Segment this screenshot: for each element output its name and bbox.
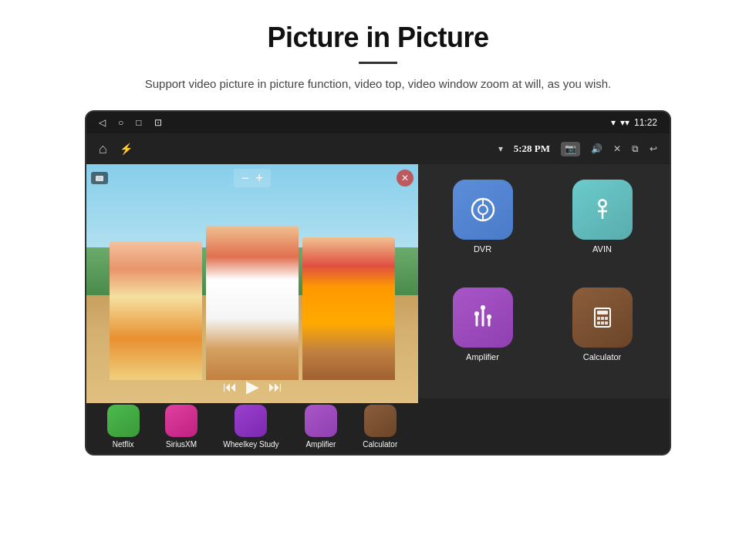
android-status-bar: ◁ ○ □ ⊡ ▾ ▾▾ 11:22 xyxy=(86,112,670,133)
app-grid-area: DVR AVIN xyxy=(415,164,670,403)
dvr-label: DVR xyxy=(474,244,491,254)
dvr-icon-box xyxy=(453,180,513,240)
avin-icon-box xyxy=(572,180,633,240)
pip-people xyxy=(110,226,395,380)
recent-apps-icon[interactable]: □ xyxy=(136,117,141,128)
svg-point-1 xyxy=(98,177,102,180)
amplifier-svg-icon xyxy=(467,302,498,333)
amplifier2-icon xyxy=(305,405,337,437)
calculator2-label: Calculator xyxy=(363,440,397,449)
svg-point-13 xyxy=(474,311,479,316)
title-divider xyxy=(359,62,397,64)
status-bar-right: ▾ ▾▾ 11:22 xyxy=(611,117,657,128)
page-title: Picture in Picture xyxy=(267,22,488,54)
wheelkey-icon xyxy=(235,405,267,437)
pip-controls-bar: − + ✕ xyxy=(91,169,413,187)
siriusxm-label: SiriusXM xyxy=(166,440,197,449)
nav-time-display: 5:28 PM xyxy=(514,143,550,155)
netflix-label: Netflix xyxy=(113,440,134,449)
avin-label: AVIN xyxy=(592,244,612,254)
status-bar-left: ◁ ○ □ ⊡ xyxy=(99,117,162,128)
person-1 xyxy=(110,241,202,380)
calculator-svg-icon xyxy=(587,302,618,333)
home-icon[interactable]: ⌂ xyxy=(99,141,107,157)
home-nav-icon[interactable]: ○ xyxy=(118,117,123,128)
pip-next-button[interactable]: ⏭ xyxy=(268,379,282,395)
volume-icon[interactable]: 🔊 xyxy=(591,143,602,155)
app-item-amplifier[interactable]: Amplifier xyxy=(427,287,538,388)
pip-prev-button[interactable]: ⏮ xyxy=(223,379,237,395)
svg-point-15 xyxy=(487,314,491,319)
calculator2-icon xyxy=(364,405,397,437)
pip-video-container[interactable]: − + ✕ ⏮ ▶ ⏭ xyxy=(86,164,418,403)
bottom-app-amplifier2[interactable]: Amplifier xyxy=(305,405,337,449)
pip-minus-button[interactable]: − xyxy=(241,171,249,185)
wifi-status-icon: ▾ xyxy=(498,143,503,155)
dvr-svg-icon xyxy=(467,194,498,225)
wheelkey-label: Wheelkey Study xyxy=(223,440,278,449)
svg-rect-19 xyxy=(601,317,604,320)
nav-bar-left: ⌂ ⚡ xyxy=(99,141,133,157)
svg-rect-22 xyxy=(601,321,604,324)
back-nav-icon[interactable]: ◁ xyxy=(99,117,106,128)
calculator-icon-box xyxy=(572,287,633,348)
amplifier-label: Amplifier xyxy=(466,352,499,361)
calculator-label: Calculator xyxy=(583,352,622,361)
screenshot-icon[interactable]: ⊡ xyxy=(154,117,162,128)
svg-rect-17 xyxy=(597,311,608,314)
svg-rect-18 xyxy=(597,317,600,320)
bottom-app-netflix[interactable]: Netflix xyxy=(107,405,140,449)
nav-bar-right: ▾ 5:28 PM 📷 🔊 ✕ ⧉ ↩ xyxy=(498,142,657,156)
main-content-area: − + ✕ ⏮ ▶ ⏭ xyxy=(86,164,670,402)
pip-cam-icon xyxy=(91,172,108,184)
location-icon: ▾ xyxy=(611,117,616,128)
pip-plus-button[interactable]: + xyxy=(255,171,263,185)
svg-rect-21 xyxy=(597,321,600,324)
close-icon[interactable]: ✕ xyxy=(613,143,621,155)
bottom-app-wheelkey[interactable]: Wheelkey Study xyxy=(223,405,278,449)
pip-close-button[interactable]: ✕ xyxy=(397,170,413,187)
pip-play-button[interactable]: ▶ xyxy=(246,377,259,397)
amplifier-icon-box xyxy=(453,287,513,348)
pip-icon[interactable]: ⧉ xyxy=(632,143,639,155)
app-nav-bar: ⌂ ⚡ ▾ 5:28 PM 📷 🔊 ✕ ⧉ ↩ xyxy=(86,133,670,164)
usb-icon: ⚡ xyxy=(120,143,133,156)
pip-size-controls: − + xyxy=(234,169,272,187)
svg-rect-20 xyxy=(605,317,608,320)
svg-point-9 xyxy=(600,201,605,206)
netflix-icon xyxy=(107,405,140,437)
status-time: 11:22 xyxy=(634,117,657,128)
page-wrapper: Picture in Picture Support video picture… xyxy=(0,0,756,538)
svg-point-14 xyxy=(481,305,485,310)
bottom-apps-list: Netflix SiriusXM Wheelkey Study Amplifie… xyxy=(86,405,418,449)
nav-back-icon[interactable]: ↩ xyxy=(650,143,657,155)
page-subtitle: Support video picture in picture functio… xyxy=(145,75,611,93)
avin-svg-icon xyxy=(587,194,618,225)
app-item-dvr[interactable]: DVR xyxy=(427,180,538,280)
pip-video: − + ✕ ⏮ ▶ ⏭ xyxy=(86,164,418,403)
bottom-app-row: Netflix SiriusXM Wheelkey Study Amplifie… xyxy=(86,398,670,454)
device-frame: ◁ ○ □ ⊡ ▾ ▾▾ 11:22 ⌂ ⚡ ▾ 5:28 PM 📷 🔊 xyxy=(85,110,671,456)
bottom-app-siriusxm[interactable]: SiriusXM xyxy=(165,405,197,449)
svg-point-3 xyxy=(478,205,488,214)
svg-rect-23 xyxy=(605,321,608,324)
pip-playback-bar: ⏮ ▶ ⏭ xyxy=(86,377,418,397)
amplifier2-label: Amplifier xyxy=(305,440,336,449)
person-3 xyxy=(302,237,395,380)
app-item-avin[interactable]: AVIN xyxy=(546,180,658,280)
bottom-app-calculator2[interactable]: Calculator xyxy=(363,405,397,449)
person-2 xyxy=(206,226,299,380)
app-item-calculator[interactable]: Calculator xyxy=(546,287,658,388)
siriusxm-icon xyxy=(165,405,197,437)
wifi-icon: ▾▾ xyxy=(620,117,629,128)
camera-icon[interactable]: 📷 xyxy=(561,142,580,156)
